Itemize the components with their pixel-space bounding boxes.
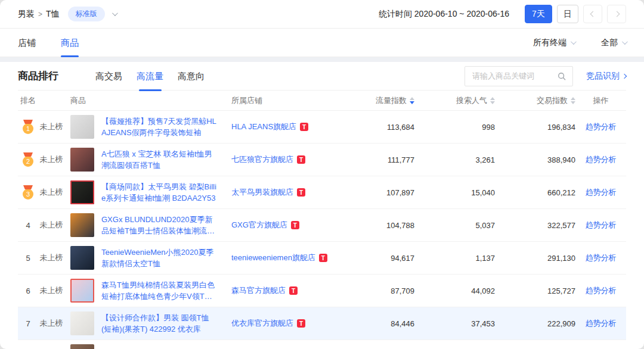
shop-name-link[interactable]: 森马官方旗舰店 xyxy=(231,285,286,296)
search-input[interactable] xyxy=(465,71,558,80)
trend-analysis-link[interactable]: 趋势分析 xyxy=(586,220,617,229)
tmall-badge-icon: T xyxy=(291,221,299,229)
table-row: 7 未上榜 【设计师合作款】男装 圆领T恤(短袖)(果茶T) 422992 优衣… xyxy=(18,307,626,340)
tab-high-trade[interactable]: 高交易 xyxy=(94,62,123,91)
period-7day-button[interactable]: 7天 xyxy=(525,5,552,23)
shop-name-link[interactable]: teenieweeniemen旗舰店 xyxy=(231,253,315,263)
tab-product[interactable]: 商品 xyxy=(61,29,79,57)
shop-name-link[interactable]: 优衣库官方旗舰店 xyxy=(231,318,293,329)
traffic-index-value: 113,684 xyxy=(334,123,414,132)
product-name-link[interactable]: A七匹狼 x 宝芝林 联名短袖t恤男潮流圆领百搭T恤 xyxy=(101,148,217,171)
shop-name-link[interactable]: GXG官方旗舰店 xyxy=(231,220,287,230)
breadcrumb-category[interactable]: 男装 xyxy=(18,9,35,20)
product-name-link[interactable]: TeenieWeenieMen小熊2020夏季新款情侣太空T恤 xyxy=(101,247,217,269)
product-thumbnail xyxy=(70,344,94,349)
rank-medal-icon: 1 xyxy=(23,120,33,134)
tab-high-intent[interactable]: 高意向 xyxy=(177,62,206,91)
breadcrumb: 男装 > T恤 xyxy=(18,9,60,20)
product-thumbnail[interactable] xyxy=(70,311,94,335)
search-icon[interactable] xyxy=(558,72,566,80)
search-popularity-value: 5,037 xyxy=(414,221,495,230)
sort-icon-traffic[interactable] xyxy=(410,97,414,104)
product-thumbnail[interactable] xyxy=(70,246,94,270)
column-action: 操作 xyxy=(575,95,626,106)
traffic-index-value: 87,709 xyxy=(334,286,414,295)
trade-index-value: 222,909 xyxy=(495,319,575,328)
period-day-button[interactable]: 日 xyxy=(557,5,578,23)
table-row: 6 未上榜 森马T恤男纯棉情侣装夏装男白色短袖打底体恤纯色青少年V领T恤男 森马… xyxy=(18,275,626,307)
rank-number: 5 xyxy=(26,254,30,263)
trend-analysis-link[interactable]: 趋势分析 xyxy=(586,319,617,328)
rank-medal-icon: 3 xyxy=(23,185,33,200)
rank-number: 6 xyxy=(26,286,30,295)
ranking-tabs: 高交易 高流量 高意向 xyxy=(82,62,206,91)
product-name-link[interactable]: 【商场同款】太平鸟男装 碧梨Billie系列卡通短袖t恤潮 B2DAA2Y53 xyxy=(101,181,217,204)
tab-shop[interactable]: 店铺 xyxy=(18,29,36,57)
product-name-link[interactable]: 【薇娅推荐】预售7天发货黑鲸HLAJEANS假两件字母装饰短袖 xyxy=(101,116,217,138)
column-traffic-label: 流量指数 xyxy=(376,95,407,106)
product-name-link[interactable]: 森马T恤男纯棉情侣装夏装男白色短袖打底体恤纯色青少年V领T恤男 xyxy=(101,279,217,302)
product-thumbnail[interactable] xyxy=(70,213,94,237)
table-row: 3 3 未上榜 【商场同款】太平鸟男装 碧梨Billie系列卡通短袖t恤潮 B2… xyxy=(18,176,626,209)
tmall-badge-icon: T xyxy=(319,254,327,262)
shop-name-link[interactable]: HLA JEANS旗舰店 xyxy=(231,121,296,132)
traffic-index-value: 111,777 xyxy=(334,155,414,164)
trade-index-value: 196,834 xyxy=(495,123,575,132)
stat-time-label: 统计时间 2020-06-10 ~ 2020-06-16 xyxy=(379,9,509,20)
breadcrumb-subcategory[interactable]: T恤 xyxy=(46,9,60,20)
next-period-button[interactable] xyxy=(607,5,626,23)
trend-analysis-link[interactable]: 趋势分析 xyxy=(586,286,617,295)
rank-number: 4 xyxy=(26,221,30,230)
search-popularity-value: 3,261 xyxy=(414,155,495,164)
search-popularity-value: 1,137 xyxy=(414,254,495,263)
column-search-popularity[interactable]: 搜索人气 xyxy=(414,95,495,106)
ranking-section: 商品排行 高交易 高流量 高意向 竞品识别 xyxy=(0,62,644,349)
table-row: 4 未上榜 GXGx BLUNDLUND2020夏季新品短袖T恤男士情侣装体恤潮… xyxy=(18,209,626,242)
traffic-index-value: 94,617 xyxy=(334,254,414,263)
column-product: 商品 xyxy=(64,95,227,106)
shop-name-link[interactable]: 太平鸟男装旗舰店 xyxy=(231,187,293,198)
product-thumbnail[interactable] xyxy=(70,115,94,139)
product-thumbnail[interactable] xyxy=(70,148,94,172)
prev-period-button[interactable] xyxy=(583,5,602,23)
breadcrumb-separator: > xyxy=(38,10,42,18)
traffic-index-value: 84,446 xyxy=(334,319,414,328)
version-badge: 标准版 xyxy=(68,7,105,21)
rank-trend-label: 未上榜 xyxy=(38,318,64,329)
tab-high-traffic[interactable]: 高流量 xyxy=(135,62,165,91)
column-trade-label: 交易指数 xyxy=(537,95,568,106)
trend-analysis-link[interactable]: 趋势分析 xyxy=(586,122,617,131)
rank-trend-label: 未上榜 xyxy=(38,187,64,198)
traffic-index-value: 104,788 xyxy=(334,221,414,230)
table-body: 1 1 未上榜 【薇娅推荐】预售7天发货黑鲸HLAJEANS假两件字母装饰短袖 … xyxy=(18,111,626,340)
trade-index-value: 388,940 xyxy=(495,155,575,164)
trend-analysis-link[interactable]: 趋势分析 xyxy=(586,253,617,262)
column-trade-index[interactable]: 交易指数 xyxy=(495,95,575,106)
table-row: 1 1 未上榜 【薇娅推荐】预售7天发货黑鲸HLAJEANS假两件字母装饰短袖 … xyxy=(18,111,626,144)
search-popularity-value: 998 xyxy=(414,123,495,132)
rank-trend-label: 未上榜 xyxy=(38,285,64,296)
product-thumbnail[interactable] xyxy=(70,180,94,204)
trade-index-value: 125,727 xyxy=(495,286,575,295)
trade-index-value: 322,577 xyxy=(495,221,575,230)
product-thumbnail[interactable] xyxy=(70,279,94,303)
sort-icon-search[interactable] xyxy=(490,97,495,104)
competitor-identify-link[interactable]: 竞品识别 xyxy=(586,71,626,82)
rank-trend-label: 未上榜 xyxy=(38,253,64,263)
traffic-index-value: 107,897 xyxy=(334,188,414,197)
trend-analysis-link[interactable]: 趋势分析 xyxy=(586,188,617,197)
chevron-right-icon xyxy=(614,11,620,17)
chevron-down-icon[interactable] xyxy=(112,10,118,16)
product-name-link[interactable]: GXGx BLUNDLUND2020夏季新品短袖T恤男士情侣装体恤潮流印花 xyxy=(101,214,217,236)
terminal-filter-dropdown[interactable]: 所有终端 xyxy=(533,38,575,48)
chevron-down-icon xyxy=(622,39,628,45)
column-traffic-index[interactable]: 流量指数 xyxy=(334,95,414,106)
scope-filter-label: 全部 xyxy=(601,38,618,48)
tmall-badge-icon: T xyxy=(297,188,305,197)
scope-filter-dropdown[interactable]: 全部 xyxy=(601,38,626,48)
trend-analysis-link[interactable]: 趋势分析 xyxy=(586,155,617,164)
product-name-link[interactable]: 【设计师合作款】男装 圆领T恤(短袖)(果茶T) 422992 优衣库 xyxy=(101,312,217,335)
sort-icon-trade[interactable] xyxy=(571,97,575,104)
ranking-header: 商品排行 高交易 高流量 高意向 竞品识别 xyxy=(18,62,626,91)
shop-name-link[interactable]: 七匹狼官方旗舰店 xyxy=(231,154,293,165)
